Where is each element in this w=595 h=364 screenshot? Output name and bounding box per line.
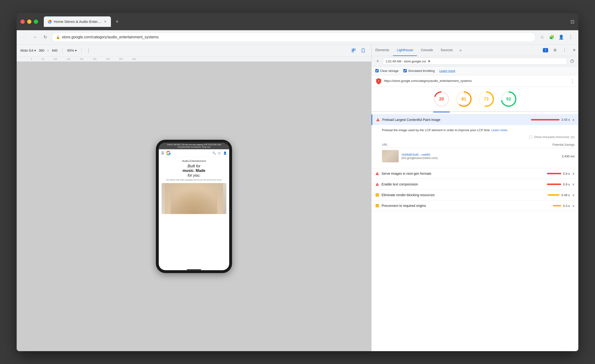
audit-table-row: /rbNNiE4oM...=w680 (lh3.googleuserconten…	[382, 148, 574, 164]
audit-preconnect-bar	[553, 205, 561, 207]
ruler-mark: 350	[119, 58, 123, 60]
minimize-button[interactable]	[27, 20, 31, 24]
audit-more-button[interactable]: ⋮	[570, 78, 574, 84]
svg-text:81: 81	[461, 97, 466, 101]
devtools-url-display[interactable]: 1:01:49 AM - store.google.cor ▼	[383, 58, 567, 64]
devtools-reload-button[interactable]	[569, 58, 575, 64]
score-accessibility: 81	[455, 91, 472, 107]
browser-window: Home Stereo & Audio Entertain... ✕ + ⊡ ←…	[17, 13, 578, 351]
score-best-practices: 73	[478, 91, 495, 107]
reload-button[interactable]: ↻	[41, 33, 49, 41]
phone-notch-top	[184, 142, 204, 143]
svg-text:20: 20	[439, 97, 444, 101]
device-toolbar: Moto G4 ▾ 360 × 640 65% ▾ ⋮	[17, 44, 371, 57]
audit-shield-icon: !	[375, 78, 382, 84]
star-button[interactable]: ☆	[538, 33, 546, 41]
learn-more-link[interactable]: Learn more	[439, 69, 455, 73]
svg-rect-2	[354, 49, 355, 50]
audit-item-header-text-compression[interactable]: ! Enable text compression 0.9 s ∨	[372, 179, 578, 190]
devtools-tabs-row: Elements Lighthouse Console Sources » 2 …	[372, 44, 578, 56]
zoom-value: 65%	[67, 49, 74, 52]
score-seo-circle: 92	[500, 91, 517, 107]
phone-hero-image	[162, 183, 226, 214]
tab-elements[interactable]: Elements	[372, 44, 393, 56]
audit-thumbnail	[382, 150, 399, 162]
audit-next-gen-time: 0.9 s	[563, 172, 570, 175]
audit-preconnect-time: 0.3 s	[563, 204, 570, 207]
svg-rect-4	[362, 49, 365, 52]
audit-render-blocking-title: Eliminate render-blocking resources	[382, 193, 545, 197]
phone-hero-image-content	[165, 183, 223, 214]
audit-row-url[interactable]: /rbNNiE4oM...=w680	[402, 153, 543, 157]
inspect-element-button[interactable]	[349, 46, 358, 55]
active-score-indicator	[433, 112, 450, 112]
tab-more-button[interactable]: »	[457, 44, 465, 56]
tab-favicon	[48, 20, 52, 24]
audit-item-header-preload-lcp[interactable]: ! Preload Largest Contentful Paint image…	[372, 114, 578, 125]
forward-button[interactable]: →	[31, 33, 39, 41]
viewport-more-button[interactable]: ⋮	[86, 48, 91, 53]
score-performance-circle: 20	[433, 91, 450, 107]
tab-close-button[interactable]: ✕	[103, 20, 107, 24]
ruler-mark: 150	[67, 58, 70, 60]
zoom-select[interactable]: 65% ▾	[67, 49, 77, 52]
tab-extra-button[interactable]: ⊡	[570, 19, 574, 25]
extensions-button[interactable]: 🧩	[548, 33, 555, 41]
tab-lighthouse[interactable]: Lighthouse	[393, 44, 417, 56]
audit-bar-container: 2.43 s	[531, 118, 570, 121]
issues-button[interactable]: 2	[541, 46, 550, 55]
profiles-button[interactable]: 👤	[557, 33, 565, 41]
phone-nav-icons: 🔍 🛒 👤	[212, 151, 227, 155]
score-best-practices-circle: 73	[478, 91, 495, 107]
audit-text-compression-bar	[547, 184, 561, 185]
ruler-mark: 300	[106, 58, 109, 60]
url-text: store.google.com/category/audio_entertai…	[62, 35, 531, 39]
phone-content: There's still time. Get free two-day shi…	[159, 143, 229, 270]
dimension-separator: ×	[47, 49, 49, 52]
ruler-mark: 100	[54, 58, 57, 60]
active-tab[interactable]: Home Stereo & Audio Entertain... ✕	[44, 16, 111, 27]
throttling-checkbox[interactable]	[404, 69, 407, 72]
svg-text:!: !	[377, 205, 378, 207]
close-devtools-button[interactable]: ✕	[570, 46, 578, 55]
audit-preload-lcp-chevron: ∧	[572, 118, 574, 122]
svg-rect-3	[352, 51, 354, 52]
audit-item-header-render-blocking[interactable]: ! Eliminate render-blocking resources 0.…	[372, 190, 578, 200]
clear-storage-checkbox[interactable]	[375, 69, 379, 72]
device-select[interactable]: Moto G4 ▾	[21, 49, 36, 52]
audit-item-header-next-gen[interactable]: ! Serve images in next-gen formats 0.9 s…	[372, 168, 578, 179]
tab-console[interactable]: Console	[417, 44, 437, 56]
audit-item-header-preconnect[interactable]: ! Preconnect to required origins 0.3 s ∨	[372, 200, 578, 211]
score-indicator-2	[455, 112, 472, 112]
ruler-mark: 0	[31, 58, 32, 60]
audit-next-gen-title: Serve images in next-gen formats	[382, 172, 545, 175]
show-3rd-party-checkbox[interactable]	[529, 136, 532, 139]
url-bar[interactable]: 🔒 store.google.com/category/audio_entert…	[52, 32, 536, 42]
audit-preload-lcp-time: 2.43 s	[561, 118, 570, 121]
settings-button[interactable]: ⚙	[551, 46, 559, 55]
devtools-add-button[interactable]: +	[374, 58, 381, 64]
score-indicator-3	[478, 112, 495, 112]
clear-storage-option[interactable]: Clear storage	[375, 69, 399, 73]
audit-info-icon: !	[375, 193, 379, 197]
more-options-button[interactable]: ⋮	[560, 46, 569, 55]
audit-learn-more-link[interactable]: Learn more	[491, 128, 507, 132]
phone-hero-heading: Built for music. Made for you.	[162, 164, 226, 178]
browser-viewport-panel: Moto G4 ▾ 360 × 640 65% ▾ ⋮	[17, 44, 371, 351]
ruler-mark: 250	[93, 58, 96, 60]
new-tab-button[interactable]: +	[113, 17, 121, 26]
audit-item-render-blocking: ! Eliminate render-blocking resources 0.…	[372, 190, 578, 200]
throttling-option[interactable]: Simulated throttling	[404, 69, 435, 73]
devtools-toolbar-icons: 2 ⚙ ⋮ ✕	[541, 44, 578, 56]
tab-sources[interactable]: Sources	[437, 44, 456, 56]
maximize-button[interactable]	[34, 20, 38, 24]
close-button[interactable]	[21, 20, 25, 24]
toolbar-separator-2	[81, 48, 82, 53]
browser-toolbar-icons: ☆ 🧩 👤 ⋮	[538, 33, 574, 41]
viewport-area: 0 50 100 150 200 250 300 350 400	[17, 57, 371, 351]
back-button[interactable]: ←	[21, 33, 28, 41]
phone-screen: There's still time. Get free two-day shi…	[159, 143, 229, 270]
audit-warn-icon-2: !	[375, 172, 379, 175]
device-mode-button[interactable]	[359, 46, 368, 55]
menu-button[interactable]: ⋮	[567, 33, 574, 41]
